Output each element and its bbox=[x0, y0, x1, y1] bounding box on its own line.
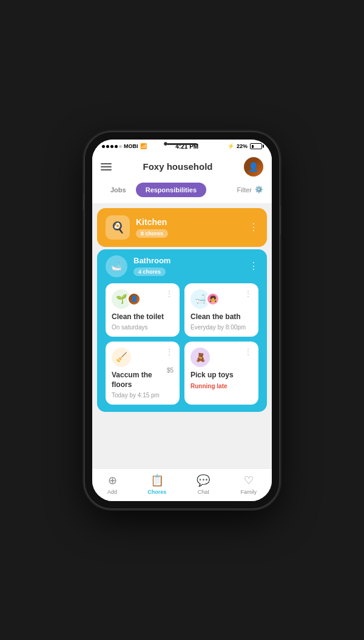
status-right: ⚡ 22% bbox=[228, 143, 262, 149]
battery-icon bbox=[250, 143, 262, 149]
chore-title: Clean the bath bbox=[190, 312, 252, 322]
phone-screen: MOBI 📶 4:21 PM ⚡ 22% Foxy household 👤 bbox=[92, 140, 272, 501]
chores-icon: 📋 bbox=[150, 474, 164, 487]
bathroom-left: 🛁 Bathroom 4 chores bbox=[106, 255, 170, 277]
chore-title: Vaccum the floors bbox=[112, 371, 174, 389]
filter-label: Filter bbox=[237, 186, 252, 194]
header: Foxy household 👤 bbox=[92, 152, 272, 183]
nav-label-family: Family bbox=[240, 489, 257, 495]
chore-grid: 🌱 👤 ⋮ Clean the toilet On saturdays 🛁 bbox=[106, 283, 258, 405]
chore-icon-toys: 🧸 bbox=[190, 348, 210, 367]
nav-item-chores[interactable]: 📋 Chores bbox=[147, 474, 166, 495]
family-icon: ♡ bbox=[244, 474, 254, 487]
avatar[interactable]: 👤 bbox=[244, 157, 263, 177]
tab-jobs[interactable]: Jobs bbox=[101, 183, 136, 197]
chore-title: Pick up toys bbox=[190, 371, 252, 380]
chore-price: $5 bbox=[167, 367, 174, 374]
nav-label-add: Add bbox=[107, 489, 117, 495]
phone-frame: MOBI 📶 4:21 PM ⚡ 22% Foxy household 👤 bbox=[85, 132, 279, 508]
chore-card-clean-bath[interactable]: 🛁 👧 ⋮ Clean the bath Everyday by 8:00pm bbox=[184, 283, 258, 337]
chore-subtitle: Everyday by 8:00pm bbox=[190, 324, 252, 331]
bathroom-more-button[interactable]: ⋮ bbox=[249, 260, 258, 272]
assignee-avatar-woman: 👧 bbox=[206, 292, 220, 306]
nav-item-chat[interactable]: 💬 Chat bbox=[197, 474, 210, 495]
chore-more-button[interactable]: ⋮ bbox=[165, 289, 174, 298]
add-icon: ⊕ bbox=[108, 474, 117, 487]
chore-icons: 🛁 👧 bbox=[190, 289, 220, 309]
chore-card-header: 🧸 ⋮ bbox=[190, 348, 252, 367]
bathroom-section: 🛁 Bathroom 4 chores ⋮ 🌱 bbox=[97, 249, 267, 413]
kitchen-card[interactable]: 🍳 Kitchen 8 chores ⋮ bbox=[97, 208, 267, 247]
chore-card-header: 🧹 ⋮ bbox=[112, 348, 174, 367]
chore-icons: 🧹 bbox=[112, 348, 131, 367]
bathroom-icon: 🛁 bbox=[106, 255, 127, 277]
chat-icon: 💬 bbox=[197, 474, 210, 487]
tab-responsibilities[interactable]: Responsibilities bbox=[136, 183, 206, 197]
filter-button[interactable]: Filter ⚙️ bbox=[237, 186, 263, 194]
filter-icon: ⚙️ bbox=[255, 186, 263, 194]
nav-label-chores: Chores bbox=[147, 489, 166, 495]
kitchen-title: Kitchen bbox=[136, 217, 168, 227]
chore-icon-vacuum: 🧹 bbox=[112, 348, 131, 367]
tab-group: Jobs Responsibilities bbox=[101, 183, 206, 197]
chore-more-button[interactable]: ⋮ bbox=[165, 348, 174, 356]
nav-item-add[interactable]: ⊕ Add bbox=[107, 474, 117, 495]
bathroom-info: Bathroom 4 chores bbox=[133, 256, 170, 276]
nav-label-chat: Chat bbox=[198, 489, 209, 495]
carrier-label: MOBI bbox=[124, 143, 138, 149]
kitchen-badge: 8 chores bbox=[136, 229, 168, 238]
chore-card-clean-toilet[interactable]: 🌱 👤 ⋮ Clean the toilet On saturdays bbox=[106, 283, 180, 337]
chore-subtitle: On saturdays bbox=[112, 324, 174, 331]
menu-button[interactable] bbox=[101, 163, 112, 170]
chore-card-pick-up-toys[interactable]: 🧸 ⋮ Pick up toys Running late bbox=[184, 342, 258, 405]
chore-icons: 🌱 👤 bbox=[112, 289, 141, 309]
bathroom-header: 🛁 Bathroom 4 chores ⋮ bbox=[106, 255, 258, 277]
chore-card-header: 🌱 👤 ⋮ bbox=[112, 289, 174, 309]
status-left: MOBI 📶 bbox=[102, 143, 147, 149]
chore-subtitle: Today by 4:15 pm bbox=[112, 392, 174, 399]
chore-subtitle-late: Running late bbox=[190, 383, 252, 389]
bathroom-badge: 4 chores bbox=[133, 268, 166, 276]
kitchen-info: Kitchen 8 chores bbox=[136, 217, 168, 238]
chore-card-vaccum[interactable]: 🧹 ⋮ $5 Vaccum the floors Today by 4:15 p… bbox=[106, 342, 180, 405]
chore-title: Clean the toilet bbox=[112, 312, 174, 322]
page-title: Foxy household bbox=[143, 161, 212, 172]
kitchen-left: 🍳 Kitchen 8 chores bbox=[106, 215, 168, 240]
tabs-bar: Jobs Responsibilities Filter ⚙️ bbox=[92, 183, 272, 203]
bottom-nav: ⊕ Add 📋 Chores 💬 Chat ♡ Family bbox=[92, 468, 272, 501]
chore-more-button[interactable]: ⋮ bbox=[244, 289, 252, 298]
assignee-avatar-man: 👤 bbox=[127, 292, 141, 306]
battery-percent: 22% bbox=[237, 143, 248, 149]
avatar-image: 👤 bbox=[244, 157, 263, 177]
nav-item-family[interactable]: ♡ Family bbox=[240, 474, 257, 495]
status-bar: MOBI 📶 4:21 PM ⚡ 22% bbox=[92, 140, 272, 152]
kitchen-more-button[interactable]: ⋮ bbox=[249, 221, 258, 233]
kitchen-icon: 🍳 bbox=[106, 215, 130, 240]
chore-icons: 🧸 bbox=[190, 348, 210, 367]
main-content: 🍳 Kitchen 8 chores ⋮ 🛁 Bathroom 4 chores bbox=[92, 203, 272, 468]
bluetooth-icon: ⚡ bbox=[228, 143, 234, 149]
chore-card-header: 🛁 👧 ⋮ bbox=[190, 289, 252, 309]
bathroom-title: Bathroom bbox=[133, 256, 170, 265]
chore-more-button[interactable]: ⋮ bbox=[244, 348, 252, 356]
wifi-icon: 📶 bbox=[140, 143, 147, 149]
